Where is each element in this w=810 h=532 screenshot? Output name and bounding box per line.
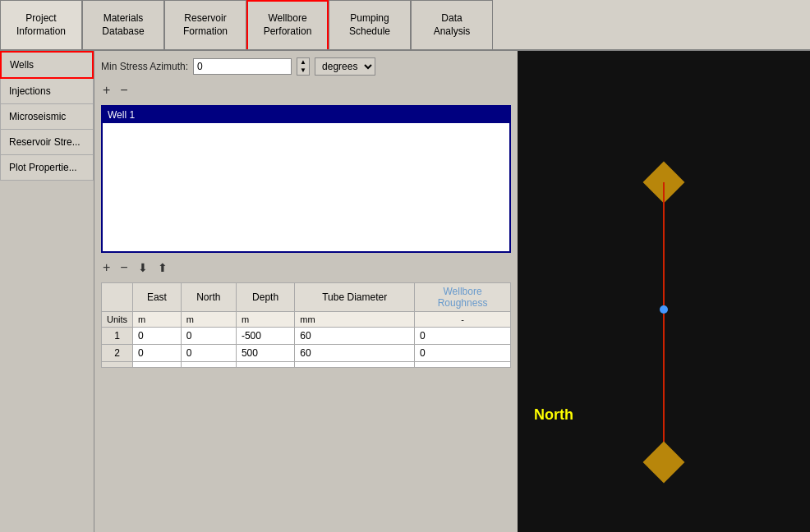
download-button[interactable]: ⬇ (136, 262, 150, 273)
unit-tube-diameter: mm (295, 312, 415, 328)
sidebar-item-reservoir-stress[interactable]: Reservoir Stre... (0, 130, 94, 155)
col-header-wellbore-roughness: WellboreRoughness (415, 283, 511, 312)
table-row: 2 0 0 500 60 0 (102, 345, 511, 362)
spin-down-button[interactable]: ▼ (297, 66, 309, 75)
data-table: East North Depth Tube Diameter WellboreR… (101, 282, 511, 368)
right-panel: North (518, 51, 810, 532)
row-1-num: 1 (102, 328, 133, 345)
sidebar-item-injections[interactable]: Injections (0, 79, 94, 104)
row-2-tube-diameter[interactable]: 60 (295, 345, 415, 362)
col-header-num (102, 283, 133, 312)
tab-wellbore-perforation[interactable]: Wellbore Perforation (246, 0, 329, 49)
row-2-north[interactable]: 0 (181, 345, 236, 362)
col-header-tube-diameter: Tube Diameter (295, 283, 415, 312)
sidebar-item-plot-properties[interactable]: Plot Propertie... (0, 155, 94, 181)
well-list-box[interactable]: Well 1 (101, 105, 511, 253)
row-1-wellbore-roughness[interactable]: 0 (415, 328, 511, 345)
table-row: 1 0 0 -500 60 0 (102, 328, 511, 345)
upload-button[interactable]: ⬆ (156, 262, 169, 273)
min-stress-azimuth-input[interactable] (193, 58, 292, 75)
add-row-button[interactable]: + (101, 261, 112, 274)
unit-north: m (181, 312, 236, 328)
sidebar-item-microseismic[interactable]: Microseismic (0, 104, 94, 130)
well-add-remove-row: + − (101, 80, 511, 100)
tab-bar: Project InformationMaterials DatabaseRes… (0, 0, 810, 51)
remove-row-button[interactable]: − (118, 261, 129, 274)
col-header-north: North (181, 283, 236, 312)
row-1-tube-diameter[interactable]: 60 (295, 328, 415, 345)
row-1-east[interactable]: 0 (133, 328, 182, 345)
unit-east: m (133, 312, 182, 328)
unit-select[interactable]: degrees radians (315, 57, 375, 76)
row-1-north[interactable]: 0 (181, 328, 236, 345)
bottom-toolbar: + − ⬇ ⬆ (101, 258, 511, 277)
add-well-button[interactable]: + (101, 84, 112, 97)
unit-wellbore-roughness: - (415, 312, 511, 328)
col-header-depth: Depth (236, 283, 294, 312)
row-2-wellbore-roughness[interactable]: 0 (415, 345, 511, 362)
wellbore-line-top (663, 182, 665, 310)
bottom-diamond (643, 442, 685, 484)
wellbore-line-bottom (663, 314, 665, 449)
sidebar: WellsInjectionsMicroseismicReservoir Str… (0, 51, 94, 532)
main-area: WellsInjectionsMicroseismicReservoir Str… (0, 51, 810, 532)
spin-up-button[interactable]: ▲ (297, 58, 309, 66)
col-header-east: East (133, 283, 182, 312)
remove-well-button[interactable]: − (118, 84, 129, 97)
sidebar-item-wells[interactable]: Wells (0, 51, 94, 79)
well-list-item[interactable]: Well 1 (103, 107, 509, 123)
row-2-east[interactable]: 0 (133, 345, 182, 362)
empty-row (102, 362, 511, 368)
row-2-num: 2 (102, 345, 133, 362)
tab-pumping-schedule[interactable]: Pumping Schedule (329, 0, 411, 49)
top-controls: Min Stress Azimuth: ▲ ▼ degrees radians (101, 57, 511, 76)
unit-depth: m (236, 312, 294, 328)
left-panel: WellsInjectionsMicroseismicReservoir Str… (0, 51, 518, 532)
row-2-depth[interactable]: 500 (236, 345, 294, 362)
spin-box: ▲ ▼ (297, 57, 310, 76)
content-panel: Min Stress Azimuth: ▲ ▼ degrees radians … (94, 51, 518, 532)
perforation-dot (660, 305, 668, 314)
min-stress-azimuth-label: Min Stress Azimuth: (101, 61, 188, 72)
north-label: North (534, 406, 573, 424)
row-1-depth[interactable]: -500 (236, 328, 294, 345)
tab-reservoir-formation[interactable]: Reservoir Formation (164, 0, 246, 49)
units-row: Units m m m mm - (102, 312, 511, 328)
tab-project-info[interactable]: Project Information (0, 0, 82, 49)
tab-data-analysis[interactable]: Data Analysis (411, 0, 493, 49)
tab-materials-db[interactable]: Materials Database (82, 0, 164, 49)
units-label: Units (102, 312, 133, 328)
